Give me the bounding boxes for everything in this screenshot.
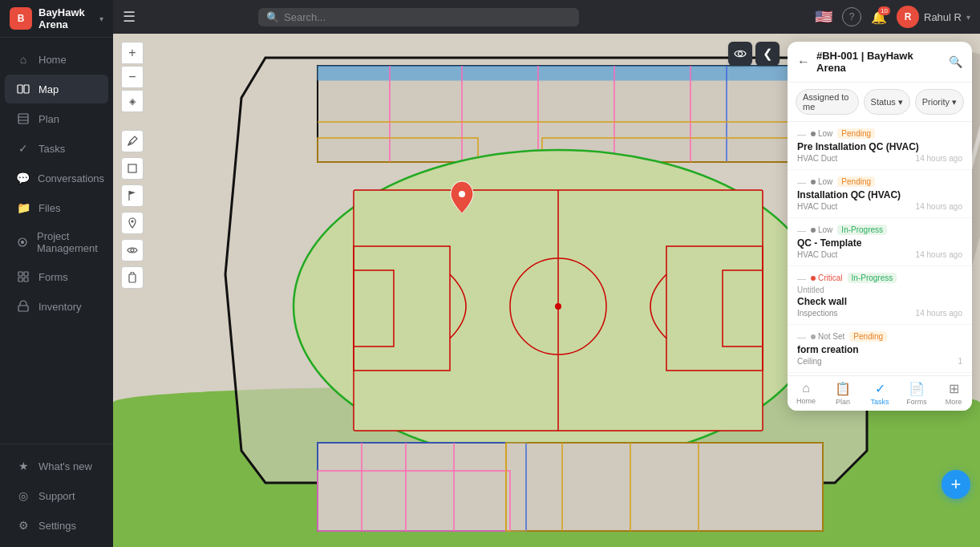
bnav-forms[interactable]: 📄 Forms — [898, 376, 935, 411]
clipboard-tool-button[interactable] — [121, 266, 144, 289]
task-title: form creation — [797, 344, 962, 355]
list-item[interactable]: — Low In-Progress QC - Template HVAC Duc… — [788, 218, 972, 266]
sidebar-item-home[interactable]: ⌂ Home — [5, 45, 108, 74]
draw-tool-button[interactable] — [121, 130, 144, 152]
panel-search-button[interactable]: 🔍 — [949, 55, 962, 68]
sidebar-item-label: What's new — [38, 460, 92, 472]
sidebar-item-conversations[interactable]: 💬 Conversations — [5, 164, 108, 192]
filter-status[interactable]: Status ▾ — [864, 89, 910, 115]
panel-back-button[interactable]: ← — [797, 55, 810, 69]
forms-icon — [16, 269, 30, 284]
sidebar-item-map[interactable]: Map — [5, 75, 108, 103]
bnav-home[interactable]: ⌂ Home — [788, 376, 824, 411]
more-icon: ⊞ — [949, 381, 959, 396]
priority-dot — [811, 132, 816, 136]
priority-badge: Not Set — [811, 332, 844, 341]
sidebar-item-settings[interactable]: ⚙ Settings — [5, 511, 108, 540]
status-badge: In-Progress — [848, 273, 897, 283]
visibility-toggle-button[interactable] — [728, 42, 752, 66]
sidebar-item-tasks[interactable]: ✓ Tasks — [5, 134, 108, 163]
task-panel: ← #BH-001 | BayHawk Arena 🔍 Assigned to … — [788, 42, 972, 411]
task-subtitle: Inspections 14 hours ago — [797, 309, 962, 318]
sidebar-item-label: Forms — [38, 271, 68, 283]
svg-point-43 — [459, 191, 465, 197]
sidebar-item-project-management[interactable]: Project Management — [5, 223, 108, 261]
compass-button[interactable]: ◈ — [121, 90, 144, 112]
eye-tool-button[interactable] — [121, 239, 144, 261]
priority-badge: Critical — [811, 274, 843, 282]
bnav-tasks[interactable]: ✓ Tasks — [861, 376, 898, 411]
menu-button[interactable]: ☰ — [123, 8, 136, 26]
help-button[interactable]: ? — [842, 7, 861, 26]
user-menu-button[interactable]: R Rahul R ▾ — [897, 6, 970, 28]
priority-badge: Low — [811, 225, 832, 234]
task-meta: — Critical In-Progress — [797, 273, 962, 283]
zoom-out-button[interactable]: − — [121, 66, 144, 88]
status-badge: Pending — [837, 128, 875, 139]
task-prefix: Untitled — [797, 286, 962, 294]
filter-assigned-to-me[interactable]: Assigned to me — [796, 89, 859, 115]
search-icon: 🔍 — [266, 11, 279, 23]
panel-bottom-nav: ⌂ Home 📋 Plan ✓ Tasks 📄 Forms ⊞ More — [788, 375, 972, 411]
list-item[interactable]: — Low Pending Installation QC (HVAC) HVA… — [788, 170, 972, 218]
collapse-panel-button[interactable]: ❮ — [755, 42, 780, 66]
sidebar-item-label: Conversations — [38, 172, 104, 184]
sidebar-item-label: Plan — [38, 113, 59, 125]
bnav-plan[interactable]: 📋 Plan — [824, 376, 861, 411]
flag-icon[interactable]: 🇺🇸 — [815, 8, 832, 26]
svg-point-50 — [739, 52, 743, 56]
status-badge: Pending — [849, 331, 887, 342]
sidebar-item-files[interactable]: 📁 Files — [5, 193, 108, 222]
pin-tool-button[interactable] — [121, 212, 144, 234]
forms-icon: 📄 — [909, 381, 925, 396]
panel-header: ← #BH-001 | BayHawk Arena 🔍 — [788, 42, 972, 83]
sidebar-item-forms[interactable]: Forms — [5, 262, 108, 291]
svg-rect-8 — [24, 272, 28, 276]
sidebar-item-label: Support — [38, 490, 75, 502]
inventory-icon — [16, 299, 30, 314]
search-bar[interactable]: 🔍 — [258, 8, 579, 26]
svg-rect-0 — [18, 85, 22, 93]
settings-icon: ⚙ — [16, 518, 30, 533]
conversations-icon: 💬 — [16, 171, 30, 185]
filter-priority[interactable]: Priority ▾ — [915, 89, 964, 115]
sidebar-item-label: Inventory — [38, 301, 81, 313]
sidebar-header[interactable]: B BayHawk Arena ▾ — [0, 0, 113, 38]
svg-rect-45 — [128, 164, 136, 172]
user-avatar: R — [897, 6, 919, 28]
sidebar-item-plan[interactable]: Plan — [5, 104, 108, 133]
rectangle-tool-button[interactable] — [121, 157, 144, 180]
notification-badge: 10 — [878, 6, 890, 15]
priority-badge: Low — [811, 177, 832, 186]
sidebar: B BayHawk Arena ▾ ⌂ Home Map Plan ✓ T — [0, 0, 113, 547]
sidebar-item-inventory[interactable]: Inventory — [5, 292, 108, 321]
status-badge: Pending — [837, 176, 875, 187]
home-icon: ⌂ — [16, 52, 30, 67]
svg-rect-10 — [24, 278, 28, 282]
svg-point-48 — [131, 249, 134, 252]
sidebar-item-label: Home — [38, 54, 67, 66]
list-item[interactable]: — Critical In-Progress Untitled Check wa… — [788, 266, 972, 325]
list-item[interactable]: — Low Pending Pre Installation QC (HVAC)… — [788, 122, 972, 170]
bnav-more[interactable]: ⊞ More — [935, 376, 972, 411]
zoom-in-button[interactable]: + — [121, 42, 144, 64]
sidebar-nav: ⌂ Home Map Plan ✓ Tasks 💬 Conversations — [0, 38, 113, 444]
fab-add-button[interactable]: + — [942, 470, 970, 499]
sidebar-item-whats-new[interactable]: ★ What's new — [5, 452, 108, 480]
list-item[interactable]: — Not Set Pending form creation Ceiling … — [788, 325, 972, 373]
whats-new-icon: ★ — [16, 459, 30, 473]
app-logo: B — [10, 7, 32, 30]
status-badge: In-Progress — [837, 225, 887, 235]
sidebar-chevron-icon: ▾ — [99, 14, 103, 23]
project-management-icon — [16, 235, 29, 249]
priority-badge: Low — [811, 129, 832, 138]
svg-rect-7 — [18, 272, 22, 276]
map-canvas[interactable]: + − ◈ — [113, 34, 980, 547]
priority-dot — [811, 228, 816, 233]
notifications-button[interactable]: 🔔 10 — [871, 10, 887, 25]
task-meta: — Low Pending — [797, 128, 962, 139]
sidebar-item-support[interactable]: ◎ Support — [5, 481, 108, 510]
flag-tool-button[interactable] — [121, 184, 144, 207]
app-name: BayHawk Arena — [38, 6, 93, 30]
search-input[interactable] — [284, 11, 571, 23]
